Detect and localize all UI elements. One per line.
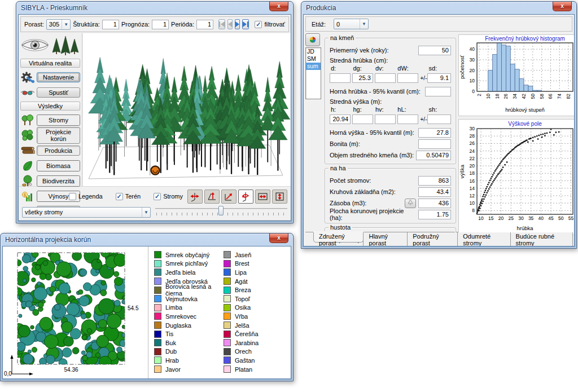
h-value-input[interactable] (330, 114, 351, 124)
prev-record-button[interactable] (227, 19, 233, 29)
close-button[interactable]: x (269, 234, 288, 243)
view-y-axis-button[interactable] (204, 190, 220, 204)
trees-icon (20, 113, 35, 127)
species-item-jd[interactable]: JD (306, 48, 321, 55)
prognoza-input[interactable] (152, 20, 169, 29)
window-produkcia: Produkcia x Etáž: 0 ▼ JDSMsum (301, 1, 577, 249)
tab-odumret-stromy[interactable]: Odumreté stromy (457, 232, 510, 246)
svg-text:0: 0 (472, 89, 475, 94)
d-col-label: dg: (352, 65, 374, 72)
d-value-input[interactable] (352, 73, 373, 83)
legend-label: Agát (235, 278, 248, 285)
tree-filter-select[interactable]: všetky stromy ▼ (22, 207, 151, 218)
h-value-input[interactable] (352, 114, 373, 124)
h-value-input[interactable] (375, 114, 396, 124)
tab-podru-n-porast[interactable]: Podružný porast (407, 232, 458, 246)
legend-label: Javor (165, 366, 181, 373)
d-value-input[interactable] (375, 73, 396, 83)
titlebar-produkcia[interactable]: Produkcia (301, 2, 576, 14)
perioda-input[interactable] (196, 20, 213, 29)
stromy-checkbox[interactable]: ✓ (154, 193, 161, 200)
hustota-header: hustota (329, 224, 352, 231)
svg-text:54.36: 54.36 (64, 367, 78, 373)
plus-minus-label: +/- (420, 116, 427, 122)
h-value-input[interactable] (397, 114, 418, 124)
zasoba-detail-button[interactable] (405, 199, 416, 208)
legend-swatch (154, 268, 161, 276)
d-sd-input[interactable] (427, 73, 451, 83)
window-title: SIBYLA - Prieskumník (21, 4, 87, 12)
close-button[interactable]: x (269, 2, 288, 11)
view-x-axis-button[interactable] (187, 190, 203, 204)
teren-checkbox[interactable]: ✓ (116, 193, 123, 200)
last-record-button[interactable] (242, 19, 249, 29)
view-height-button[interactable] (272, 190, 287, 204)
view-diagonal-button[interactable] (221, 190, 237, 204)
crown-projection-map[interactable]: 54.554.360,0 (3, 246, 148, 378)
horna-hrubka-input[interactable] (425, 87, 451, 96)
stromy-checkbox-row[interactable]: ✓ Stromy (154, 193, 183, 200)
horna-vyska-input[interactable] (418, 128, 451, 138)
d-col-label: dW: (396, 65, 418, 72)
priemerny-vek-input[interactable] (418, 46, 451, 55)
h-sd-input[interactable] (427, 114, 451, 124)
species-item-sm[interactable]: SM (306, 55, 321, 63)
d-value-input[interactable] (330, 73, 351, 83)
stredna-vyska-label: Stredná výška (m): (330, 98, 382, 105)
titlebar-prieskumnik[interactable]: SIBYLA - Prieskumník (16, 2, 293, 14)
svg-text:14: 14 (470, 186, 475, 191)
produkcia-button[interactable]: Produkcia (37, 146, 80, 156)
tab-hlavn-porast[interactable]: Hlavný porast (363, 232, 408, 246)
tab-zdru-en-porast[interactable]: Združený porast (313, 232, 364, 243)
legend-swatch (154, 331, 161, 338)
first-record-button[interactable] (218, 19, 225, 29)
legend-label: Borovica lesná a čierna (165, 283, 221, 297)
window-title: Horizontálna projekcia korún (5, 236, 91, 244)
filtrovat-checkbox[interactable]: ✓ (255, 21, 262, 28)
forest-3d-view[interactable] (82, 33, 291, 186)
stromy-button[interactable]: Stromy (37, 114, 80, 126)
na-ha-label: Kruhová základňa (m2): (330, 188, 418, 195)
pie-chart-icon (309, 36, 316, 44)
struktura-input[interactable] (102, 20, 119, 29)
view-rotate-button[interactable] (238, 190, 253, 204)
nastavenie-button[interactable]: Nastavenie (37, 72, 80, 82)
close-button[interactable]: x (553, 2, 572, 11)
svg-text:34: 34 (512, 94, 518, 99)
legend-item-javor: Javor (154, 365, 221, 374)
legend-label: Jedľa biela (165, 269, 195, 276)
biomasa-button[interactable]: Biomasa (37, 160, 80, 171)
legend-label: Jarabina (235, 340, 259, 346)
zakmenenie-input[interactable] (393, 246, 426, 247)
filtrovat-checkbox-row[interactable]: ✓ filtrovať (255, 21, 285, 28)
species-chart-button[interactable] (305, 33, 320, 46)
vysledky-header: Výsledky (20, 102, 80, 111)
na-ha-value-input[interactable] (418, 187, 451, 197)
na-ha-value-input[interactable] (418, 176, 451, 186)
na-ha-value-input[interactable] (418, 210, 451, 219)
species-item-sum[interactable]: sum (306, 63, 321, 70)
porast-select[interactable]: 305 ▼ (46, 19, 71, 30)
species-legend: Smrek obyčajnýSmrek pichľavýJedľa bielaJ… (148, 246, 291, 378)
legend-item-topo-: Topoľ (224, 294, 291, 303)
tab-bud-ce-rubn-stromy[interactable]: Budúce rubné stromy (510, 232, 573, 246)
legenda-checkbox[interactable] (69, 193, 76, 200)
projekcie-kor-n-button[interactable]: Projekcie korún (37, 127, 80, 144)
time-slider[interactable] (155, 206, 287, 218)
view-width-button[interactable] (255, 190, 270, 204)
bonita-input[interactable] (418, 139, 451, 149)
crown-projection-render: 54.554.360,0 (3, 246, 148, 379)
slider-thumb[interactable] (218, 206, 224, 215)
na-ha-label: Počet stromov: (330, 177, 418, 184)
biodiverzita-button[interactable]: Biodiverzita (37, 175, 80, 187)
next-record-button[interactable] (235, 19, 240, 29)
d-value-input[interactable] (397, 73, 418, 83)
titlebar-projekcia[interactable]: Horizontálna projekcia korún (1, 234, 293, 246)
teren-checkbox-row[interactable]: ✓ Terén (116, 193, 141, 200)
spustit-button[interactable]: Spustiť (37, 87, 80, 98)
etaz-select[interactable]: 0 ▼ (334, 19, 369, 29)
legenda-checkbox-row[interactable]: Legenda (69, 193, 103, 200)
na-ha-value-input[interactable] (418, 199, 451, 208)
objem-input[interactable] (416, 151, 451, 160)
species-listbox[interactable]: JDSMsum (305, 47, 321, 99)
